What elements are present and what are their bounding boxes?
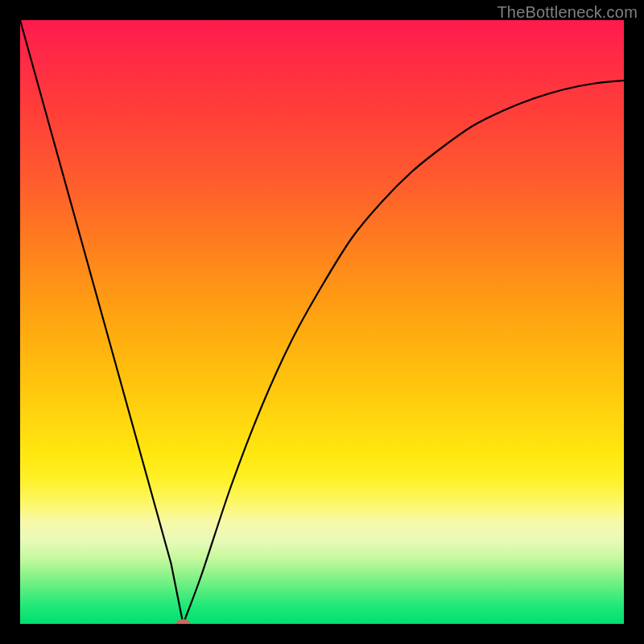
- optimum-marker: [176, 619, 191, 624]
- plot-area: [20, 20, 624, 624]
- bottleneck-curve: [20, 20, 624, 624]
- chart-frame: TheBottleneck.com: [0, 0, 644, 644]
- source-credit: TheBottleneck.com: [497, 3, 638, 22]
- curve-svg: [20, 20, 624, 624]
